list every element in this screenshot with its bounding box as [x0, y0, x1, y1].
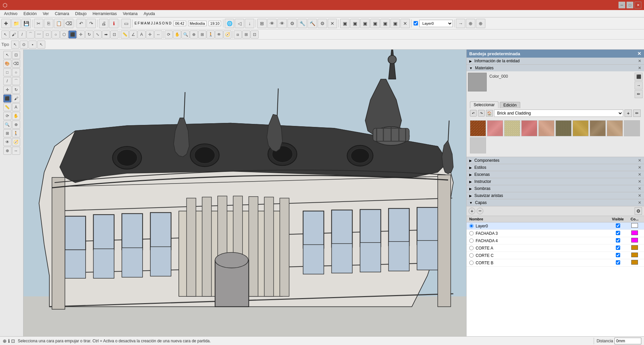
- nav-fwd-btn[interactable]: ↷: [478, 110, 485, 117]
- lt-zoom2[interactable]: ⊕: [12, 121, 20, 129]
- layer-radio-3[interactable]: [469, 246, 474, 250]
- nav-back-btn[interactable]: ↶: [470, 110, 477, 117]
- render3-btn[interactable]: ▣: [360, 19, 370, 28]
- cut-btn[interactable]: ✂: [34, 19, 43, 28]
- layer-visible-1[interactable]: [616, 231, 620, 235]
- lt-component[interactable]: ⊡: [12, 51, 20, 59]
- walk-tool[interactable]: 🚶: [207, 30, 215, 39]
- maximize-button[interactable]: □: [627, 2, 633, 8]
- fill-select[interactable]: ▪: [29, 41, 37, 49]
- menu-dibujo[interactable]: Dibujo: [72, 11, 89, 17]
- view1-btn[interactable]: ⊞: [257, 19, 267, 28]
- arrow-select[interactable]: ↖: [11, 41, 19, 49]
- layer-row-4[interactable]: CORTE C: [467, 252, 644, 259]
- lt-pushpull[interactable]: ⬛: [3, 94, 11, 102]
- look-tool[interactable]: 👁: [215, 30, 223, 39]
- layer-colorbox-2[interactable]: [631, 238, 638, 243]
- mat-tile-7[interactable]: [590, 120, 606, 136]
- add-material-btn[interactable]: +: [625, 110, 632, 117]
- render6-btn[interactable]: ▣: [390, 19, 400, 28]
- layer-visible-0[interactable]: [616, 223, 620, 228]
- layer-select[interactable]: Layer0: [419, 20, 453, 27]
- view8-btn[interactable]: ✕: [328, 19, 337, 28]
- mat-tile-0[interactable]: [470, 120, 486, 136]
- lt-pan[interactable]: ✋: [12, 112, 20, 120]
- circle-tool[interactable]: ○: [52, 30, 60, 39]
- menu-edicion[interactable]: Edición: [21, 11, 39, 17]
- panel-close-btn[interactable]: ✕: [637, 51, 641, 56]
- tape-tool[interactable]: 📏: [121, 30, 129, 39]
- mat-arrow-btn[interactable]: →: [635, 81, 643, 89]
- layer-settings-btn[interactable]: ⚙: [635, 207, 642, 215]
- text-tool[interactable]: A: [138, 30, 146, 39]
- render5-btn[interactable]: ▣: [380, 19, 390, 28]
- add-layer-btn[interactable]: +: [469, 208, 475, 214]
- axes-tool[interactable]: ✛: [146, 30, 154, 39]
- tab-edicion[interactable]: Edición: [500, 102, 520, 108]
- position-tool[interactable]: 🧭: [223, 30, 231, 39]
- rect-btn[interactable]: ▭: [121, 19, 131, 28]
- layer-radio-0[interactable]: [469, 224, 474, 228]
- mat-tile-4[interactable]: [538, 120, 554, 136]
- loop-select[interactable]: ⊙: [20, 41, 28, 49]
- layer-colorbox-0[interactable]: [631, 223, 638, 228]
- lt-circle[interactable]: ○: [12, 68, 20, 76]
- menu-ayuda[interactable]: Ayuda: [141, 11, 158, 17]
- estilos-section[interactable]: ▶ Estilos ✕: [467, 164, 644, 171]
- view2-btn[interactable]: 👁: [267, 19, 277, 28]
- angle-tool[interactable]: ∠: [129, 30, 137, 39]
- lt-rotate[interactable]: ↻: [12, 86, 20, 94]
- lt-zoom[interactable]: 🔍: [3, 121, 11, 129]
- pushpull-tool[interactable]: ⬛: [68, 30, 76, 39]
- section2-tool[interactable]: ⊞: [242, 30, 250, 39]
- view3-btn[interactable]: 👁: [277, 19, 287, 28]
- paste-btn[interactable]: 📋: [54, 19, 63, 28]
- section-tool[interactable]: ⧈: [234, 30, 242, 39]
- paint-tool[interactable]: 🖌: [10, 30, 18, 39]
- nav3-btn[interactable]: ⊕: [476, 19, 485, 28]
- view4-btn[interactable]: ⚙: [287, 19, 297, 28]
- followme-tool[interactable]: ➡: [102, 30, 110, 39]
- lt-dim[interactable]: ↔: [12, 147, 20, 155]
- mat-sample-btn[interactable]: ⬛: [635, 73, 643, 81]
- layer-row-3[interactable]: CORTE A: [467, 245, 644, 252]
- lt-erase[interactable]: ⌫: [12, 60, 20, 68]
- arrow-btn[interactable]: ↓: [245, 19, 254, 28]
- redo-btn[interactable]: ↷: [87, 19, 96, 28]
- lt-section[interactable]: ⊞: [3, 129, 11, 137]
- render2-btn[interactable]: ▣: [350, 19, 360, 28]
- instructor-close[interactable]: ✕: [638, 179, 641, 184]
- suavizar-close[interactable]: ✕: [638, 193, 641, 198]
- render4-btn[interactable]: ▣: [370, 19, 380, 28]
- layer-colorbox-4[interactable]: [631, 253, 638, 257]
- menu-camara[interactable]: Cámara: [52, 11, 72, 17]
- offset-tool[interactable]: ⊡: [110, 30, 118, 39]
- view5-btn[interactable]: 🔧: [298, 19, 307, 28]
- mat-tile-5[interactable]: [555, 120, 572, 136]
- arc-tool[interactable]: ⌒: [26, 30, 35, 39]
- edit-material-pencil[interactable]: ✏: [633, 110, 641, 117]
- layer-row-1[interactable]: FACHADA 3: [467, 230, 644, 237]
- materiales-close[interactable]: ✕: [638, 66, 641, 70]
- capas-header[interactable]: ▼ Capas ✕: [467, 199, 644, 206]
- layer-row-2[interactable]: FACHADA 4: [467, 237, 644, 245]
- info-btn[interactable]: ℹ: [109, 19, 118, 28]
- menu-archivo[interactable]: Archivo: [1, 11, 20, 17]
- menu-herramientas[interactable]: Herramientas: [90, 11, 119, 17]
- view6-btn[interactable]: 🔨: [308, 19, 317, 28]
- rect-tool2[interactable]: □: [43, 30, 51, 39]
- layer-radio-5[interactable]: [469, 261, 474, 265]
- layer-visible-3[interactable]: [616, 246, 620, 250]
- layer-colorbox-1[interactable]: [631, 230, 638, 235]
- materiales-header[interactable]: ▼ Materiales ✕: [467, 65, 644, 71]
- lt-orbit[interactable]: ⟳: [3, 112, 11, 120]
- pan-tool[interactable]: ✋: [173, 30, 181, 39]
- layer-visible-4[interactable]: [616, 253, 620, 257]
- view7-btn[interactable]: ⚙: [318, 19, 327, 28]
- layer-row-5[interactable]: CORTE B: [467, 259, 644, 267]
- layer-row-0[interactable]: Layer0: [467, 222, 644, 230]
- layer-visible-2[interactable]: [616, 238, 620, 243]
- sombras-section[interactable]: ▶ Sombras ✕: [467, 185, 644, 192]
- menu-ver[interactable]: Ver: [40, 11, 51, 17]
- shape-btn[interactable]: ◁: [235, 19, 244, 28]
